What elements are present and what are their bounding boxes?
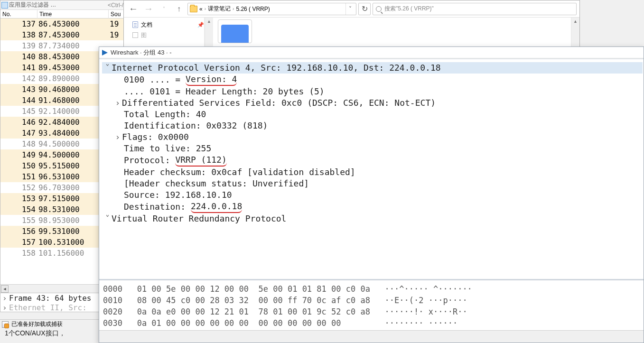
wireshark-packet-window: Wireshark · 分组 43 · - ˅Internet Protocol… [99, 46, 644, 343]
folder-icon [190, 6, 197, 12]
expand-icon[interactable]: › [2, 303, 9, 312]
background-text: 1个CON/AUX接口， [5, 329, 65, 338]
search-icon [376, 6, 382, 12]
window-footer [99, 330, 644, 343]
scroll-up-icon[interactable]: ▲ [571, 18, 579, 25]
filter-placeholder: 应用显示过滤器 … [9, 1, 107, 9]
tree-ip-src[interactable]: Source: 192.168.10.10 [102, 189, 643, 201]
filter-bookmark-icon[interactable] [1, 2, 8, 9]
nav-item-pictures[interactable]: 图 [124, 30, 204, 40]
tree-ip-hlen[interactable]: .... 0101 = Header Length: 20 bytes (5) [102, 86, 643, 97]
expand-icon[interactable]: › [113, 131, 122, 143]
tree-ip-dsf[interactable]: ›Differentiated Services Field: 0xc0 (DS… [102, 97, 643, 109]
window-title: Wireshark · 分组 43 · - [111, 48, 172, 57]
content-scrollbar[interactable]: ▲ [571, 18, 579, 47]
scroll-up-icon[interactable]: ▲ [205, 18, 213, 25]
collapse-icon[interactable]: ˅ [103, 62, 112, 74]
file-explorer-window: ← → ˅ ↑ «› 课堂笔记› 5.26 ( VRRP) ˅ ↻ 搜索"5.2… [123, 0, 580, 47]
scroll-left-icon[interactable]: ◄ [1, 285, 9, 293]
tree-ip-ttl[interactable]: Time to live: 255 [102, 143, 643, 154]
breadcrumb[interactable]: « [199, 6, 203, 12]
tree-ip-header[interactable]: ˅Internet Protocol Version 4, Src: 192.1… [102, 62, 643, 74]
packet-list-header[interactable]: No. Time Sou [0, 10, 128, 19]
nav-item-label: 图 [141, 31, 147, 39]
packet-tree[interactable]: ˅Internet Protocol Version 4, Src: 192.1… [99, 58, 644, 279]
tree-vrrp-header[interactable]: ˅Virtual Router Redundancy Protocol [102, 213, 643, 224]
nav-up-button[interactable]: ↑ [172, 2, 186, 16]
search-placeholder: 搜索"5.26 ( VRRP)" [384, 5, 434, 13]
tree-ip-dst[interactable]: Destination: 224.0.0.18 [102, 201, 643, 213]
status-text: 已准备好加载或捕获 [11, 320, 63, 328]
tree-ip-checksum[interactable]: Header checksum: 0x0caf [validation disa… [102, 167, 643, 178]
packet-row[interactable]: 13887.45300019 [0, 29, 128, 40]
collapse-icon[interactable]: ˅ [103, 213, 112, 224]
display-filter-bar[interactable]: 应用显示过滤器 … <Ctrl-/> [0, 0, 128, 10]
wireshark-icon [102, 50, 108, 56]
hex-row[interactable]: 0030 0a 01 00 00 00 00 00 00 00 00 00 00… [103, 317, 640, 329]
nav-item-documents[interactable]: 文档 📌 [124, 19, 204, 30]
hex-row[interactable]: 0000 01 00 5e 00 00 12 00 00 5e 00 01 01… [103, 283, 640, 295]
hex-row[interactable]: 0010 08 00 45 c0 00 28 03 32 00 00 ff 70… [103, 295, 640, 306]
search-input[interactable]: 搜索"5.26 ( VRRP)" [373, 3, 577, 15]
breadcrumb[interactable]: 5.26 ( VRRP) [236, 6, 270, 12]
refresh-button[interactable]: ↻ [358, 3, 371, 15]
breadcrumb[interactable]: 课堂笔记 [208, 5, 231, 13]
tree-ip-flags[interactable]: ›Flags: 0x0000 [102, 131, 643, 143]
address-dropdown-icon[interactable]: ˅ [345, 3, 354, 15]
hex-row[interactable]: 0020 0a 0a e0 00 00 12 21 01 78 01 00 01… [103, 306, 640, 317]
packet-row[interactable]: 13786.45300019 [0, 19, 128, 29]
picture-icon [132, 32, 138, 38]
nav-back-button[interactable]: ← [127, 2, 140, 16]
address-bar[interactable]: «› 课堂笔记› 5.26 ( VRRP) ˅ [187, 3, 356, 15]
explorer-toolbar: ← → ˅ ↑ «› 课堂笔记› 5.26 ( VRRP) ˅ ↻ 搜索"5.2… [124, 0, 579, 18]
nav-scrollbar[interactable]: ▲ [205, 18, 213, 47]
tree-ip-proto[interactable]: Protocol: VRRP (112) [102, 154, 643, 167]
hex-dump-pane[interactable]: 0000 01 00 5e 00 00 12 00 00 5e 00 01 01… [99, 279, 644, 330]
tree-ip-version[interactable]: 0100 .... = Version: 4 [102, 74, 643, 86]
col-no[interactable]: No. [0, 10, 37, 19]
nav-item-label: 文档 [141, 21, 152, 29]
capture-options-icon[interactable] [2, 321, 9, 328]
eth-summary[interactable]: Ethernet II, Src: [9, 303, 87, 312]
document-icon [132, 21, 138, 28]
tree-ip-checksum-status[interactable]: [Header checksum status: Unverified] [102, 178, 643, 189]
tree-ip-id[interactable]: Identification: 0x0332 (818) [102, 120, 643, 131]
pin-icon[interactable]: 📌 [197, 22, 204, 28]
col-time[interactable]: Time [37, 10, 109, 19]
expand-icon[interactable]: › [113, 97, 122, 109]
tree-ip-totallen[interactable]: Total Length: 40 [102, 109, 643, 120]
frame-summary[interactable]: Frame 43: 64 bytes [9, 294, 91, 303]
explorer-nav-pane[interactable]: 文档 📌 图 [124, 18, 205, 47]
expand-icon[interactable]: › [2, 294, 9, 303]
window-titlebar[interactable]: Wireshark · 分组 43 · - [99, 47, 644, 58]
nav-recent-button[interactable]: ˅ [157, 2, 170, 16]
nav-forward-button: → [142, 2, 155, 16]
explorer-content[interactable] [213, 18, 571, 47]
file-thumbnail[interactable] [218, 19, 252, 43]
